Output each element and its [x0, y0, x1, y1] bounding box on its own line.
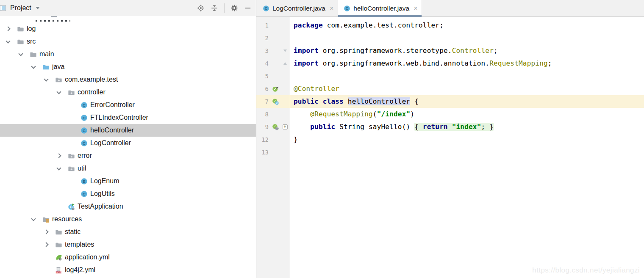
- tree-item-label: ErrorController: [90, 101, 135, 109]
- chevron-down-icon[interactable]: [56, 89, 61, 94]
- editor-tab-logcontroller-java[interactable]: CLogController.java×: [257, 0, 338, 17]
- editor-gutter[interactable]: 3: [256, 44, 290, 57]
- chevron-down-icon[interactable]: [44, 77, 48, 81]
- chevron-down-icon[interactable]: [6, 39, 10, 43]
- tree-item-main[interactable]: main: [0, 48, 256, 61]
- tree-expander[interactable]: [42, 230, 55, 234]
- code-line-text[interactable]: import org.springframework.web.bind.anno…: [290, 57, 644, 70]
- tree-item-ftlindexcontroller[interactable]: CFTLIndexController: [0, 111, 256, 124]
- fold-end-icon[interactable]: [280, 62, 289, 65]
- fold-start-icon[interactable]: [280, 50, 289, 52]
- code-line-2[interactable]: 2: [256, 32, 644, 44]
- chevron-down-icon[interactable]: [31, 216, 36, 221]
- editor-tab-hellocontroller-java[interactable]: ChelloController.java×: [338, 0, 422, 17]
- code-line-3[interactable]: 3import org.springframework.stereotype.C…: [256, 44, 644, 57]
- code-line-9[interactable]: 9+ public String sayHello() { return "in…: [256, 121, 644, 133]
- chevron-down-icon[interactable]: [31, 64, 36, 69]
- code-line-text[interactable]: import org.springframework.stereotype.Co…: [290, 44, 644, 57]
- tree-item-hellocontroller[interactable]: ChelloController: [0, 124, 256, 137]
- code-line-4[interactable]: 4import org.springframework.web.bind.ann…: [256, 57, 644, 70]
- code-line-text[interactable]: [290, 32, 644, 44]
- tree-item-logenum[interactable]: ELogEnum: [0, 175, 256, 187]
- spring-bean-icon[interactable]: [270, 85, 280, 92]
- tree-expander[interactable]: [16, 53, 30, 55]
- tree-expander[interactable]: [54, 154, 68, 157]
- editor-gutter[interactable]: 7c: [256, 95, 290, 108]
- code-line-7[interactable]: 7cpublic class helloController {: [256, 95, 644, 108]
- code-area[interactable]: [290, 159, 644, 278]
- tree-item-resources[interactable]: resources: [0, 213, 256, 226]
- code-line-13[interactable]: 13: [256, 146, 644, 159]
- code-line-text[interactable]: public String sayHello() { return "index…: [290, 121, 644, 133]
- tree-expander[interactable]: [3, 27, 17, 30]
- spring-bean-class-icon[interactable]: c: [270, 98, 280, 105]
- code-line-text[interactable]: }: [290, 133, 644, 146]
- tree-expander[interactable]: [29, 66, 42, 68]
- tree-expander[interactable]: [29, 218, 42, 220]
- code-line-5[interactable]: 5: [256, 70, 644, 83]
- tree-item-java[interactable]: java: [0, 61, 256, 73]
- tree-expander[interactable]: [54, 91, 68, 94]
- tree-expander[interactable]: [42, 243, 55, 246]
- line-number: 1: [256, 22, 270, 29]
- tree-item-logcontroller[interactable]: CLogController: [0, 137, 256, 149]
- folder-icon: [55, 241, 63, 248]
- folded-region[interactable]: { return "index"; }: [414, 123, 494, 131]
- tree-item-log4j2-yml[interactable]: YMLlog4j2.yml: [0, 264, 256, 276]
- tree-item-application-yml[interactable]: application.yml: [0, 251, 256, 264]
- chevron-down-icon[interactable]: [56, 165, 61, 170]
- editor-gutter[interactable]: [256, 159, 290, 278]
- code-line-text[interactable]: public class helloController {: [290, 95, 644, 108]
- editor-gutter[interactable]: 13: [256, 146, 290, 159]
- tree-item-error[interactable]: error: [0, 149, 256, 162]
- locate-icon[interactable]: [197, 4, 205, 12]
- fold-plus-icon[interactable]: +: [280, 124, 289, 129]
- chevron-right-icon[interactable]: [44, 242, 48, 247]
- code-line-6[interactable]: 6@Controller: [256, 83, 644, 95]
- collapse-all-icon[interactable]: [211, 4, 218, 12]
- svg-text:C: C: [83, 128, 86, 132]
- partial-tree-item[interactable]: [0, 16, 256, 22]
- tree-item-util[interactable]: util: [0, 162, 256, 175]
- tree-item-label: error: [78, 152, 92, 160]
- chevron-right-icon[interactable]: [56, 153, 61, 158]
- tree-item-label: log4j2.yml: [65, 266, 95, 274]
- tree-item-static[interactable]: static: [0, 226, 256, 238]
- tree-item-templates[interactable]: templates: [0, 238, 256, 251]
- project-view-dropdown-icon[interactable]: [36, 7, 40, 9]
- editor-gutter[interactable]: 12: [256, 133, 290, 146]
- tree-expander[interactable]: [42, 79, 55, 81]
- editor-gutter[interactable]: 2: [256, 32, 290, 44]
- editor-gutter[interactable]: 4: [256, 57, 290, 70]
- code-line-text[interactable]: @Controller: [290, 83, 644, 95]
- chevron-right-icon[interactable]: [44, 229, 48, 234]
- tree-item-com-example-test[interactable]: com.example.test: [0, 73, 256, 86]
- code-line-text[interactable]: [290, 146, 644, 159]
- code-line-text[interactable]: @RequestMapping("/index"): [290, 108, 644, 121]
- tree-item-log[interactable]: log: [0, 22, 256, 35]
- tree-item-testapplication[interactable]: CTestApplication: [0, 200, 256, 213]
- chevron-right-icon[interactable]: [6, 26, 10, 31]
- tree-item-logutils[interactable]: CLogUtils: [0, 187, 256, 200]
- code-line-text[interactable]: package com.example.test.controller;: [290, 19, 644, 32]
- editor-gutter[interactable]: 6: [256, 83, 290, 95]
- settings-icon[interactable]: [230, 4, 238, 12]
- tree-expander[interactable]: [3, 41, 17, 43]
- tree-item-src[interactable]: src: [0, 35, 256, 48]
- editor-gutter[interactable]: 9+: [256, 121, 290, 133]
- editor-gutter[interactable]: 8: [256, 108, 290, 121]
- chevron-down-icon[interactable]: [18, 51, 23, 56]
- tree-item-controller[interactable]: controller: [0, 86, 256, 99]
- code-line-12[interactable]: 12}: [256, 133, 644, 146]
- code-line-text[interactable]: [290, 70, 644, 83]
- editor-gutter[interactable]: 1: [256, 19, 290, 32]
- tree-expander[interactable]: [54, 168, 68, 170]
- tree-item-errorcontroller[interactable]: CErrorController: [0, 99, 256, 111]
- close-icon[interactable]: ×: [414, 5, 417, 12]
- hide-icon[interactable]: [244, 4, 252, 12]
- code-line-1[interactable]: 1package com.example.test.controller;: [256, 19, 644, 32]
- editor-gutter[interactable]: 5: [256, 70, 290, 83]
- code-line-8[interactable]: 8 @RequestMapping("/index"): [256, 108, 644, 121]
- close-icon[interactable]: ×: [330, 5, 333, 12]
- spring-request-mapping-icon[interactable]: [270, 124, 280, 130]
